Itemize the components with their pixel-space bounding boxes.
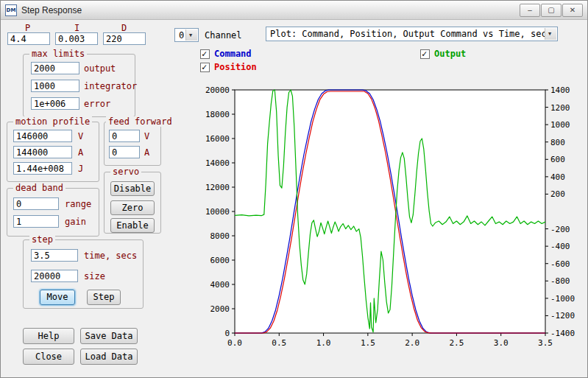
titlebar[interactable]: DM Step Response	[1, 1, 587, 20]
max-limits-group: max limits output integrator error	[23, 54, 135, 117]
svg-text:1400: 1400	[550, 85, 570, 95]
jerk-label: J	[78, 164, 83, 174]
jerk-input[interactable]	[13, 162, 72, 175]
max-limits-title: max limits	[29, 49, 87, 59]
svg-text:1000: 1000	[550, 120, 570, 130]
step-size-input[interactable]	[31, 270, 78, 282]
svg-text:8000: 8000	[210, 231, 230, 241]
command-checkbox-label[interactable]: Command	[214, 49, 252, 59]
output-limit-input[interactable]	[31, 62, 79, 74]
error-limit-input[interactable]	[31, 97, 79, 110]
svg-text:-400: -400	[550, 242, 570, 251]
error-limit-label: error	[84, 99, 110, 109]
integrator-limit-input[interactable]	[31, 80, 79, 92]
svg-text:-600: -600	[550, 259, 570, 269]
ff-velocity-label: V	[144, 131, 149, 141]
svg-text:-1400: -1400	[550, 329, 575, 338]
svg-text:2.5: 2.5	[449, 338, 464, 348]
step-size-label: size	[84, 271, 105, 281]
channel-value: 0	[179, 30, 184, 41]
disable-button[interactable]: Disable	[110, 181, 155, 196]
svg-text:1.5: 1.5	[361, 338, 375, 348]
svg-text:6000: 6000	[210, 256, 230, 265]
save-data-button[interactable]: Save Data	[80, 328, 138, 344]
acceleration-input[interactable]	[13, 146, 72, 158]
maximize-icon[interactable]	[541, 4, 562, 17]
step-group: step time, secs size Move Step	[23, 239, 144, 309]
step-time-label: time, secs	[84, 251, 137, 261]
svg-text:2.0: 2.0	[405, 338, 419, 348]
load-data-button[interactable]: Load Data	[80, 349, 138, 365]
p-input[interactable]	[7, 32, 50, 45]
plot-select[interactable]: Plot: Command, Position, Output Command …	[266, 27, 558, 41]
ff-velocity-input[interactable]	[109, 130, 140, 142]
p-label: P	[25, 23, 30, 33]
svg-text:10000: 10000	[205, 207, 230, 217]
close-button[interactable]: Close	[23, 349, 74, 365]
position-checkbox-label[interactable]: Position	[214, 62, 257, 72]
svg-text:400: 400	[550, 172, 565, 182]
svg-text:0.5: 0.5	[272, 338, 286, 348]
svg-text:200: 200	[550, 189, 565, 199]
motion-profile-group: motion profile V A J	[7, 122, 99, 182]
channel-label: Channel	[205, 30, 242, 41]
motion-profile-title: motion profile	[13, 116, 92, 127]
i-input[interactable]	[55, 32, 98, 45]
enable-button[interactable]: Enable	[110, 218, 155, 233]
ff-acceleration-label: A	[144, 147, 149, 158]
output-checkbox[interactable]	[420, 49, 430, 59]
dead-band-range-input[interactable]	[13, 197, 59, 210]
svg-text:-200: -200	[550, 225, 570, 234]
svg-text:12000: 12000	[205, 183, 230, 192]
svg-text:-800: -800	[550, 276, 570, 286]
channel-select[interactable]: 0	[174, 28, 199, 42]
svg-text:14000: 14000	[205, 158, 230, 168]
dead-band-gain-label: gain	[65, 217, 86, 227]
minimize-icon[interactable]	[520, 4, 540, 17]
svg-text:800: 800	[550, 138, 565, 147]
servo-group: servo Disable Zero Enable	[104, 172, 161, 234]
step-response-window: DM Step Response P I D 0 Channel Plot: C…	[0, 0, 588, 378]
output-limit-label: output	[84, 63, 116, 74]
chart: 2000018000160001400012000100008000600040…	[192, 83, 582, 354]
window-title: Step Response	[21, 5, 82, 15]
dropdown-arrow-icon[interactable]	[545, 28, 556, 40]
plot-select-value: Plot: Command, Position, Output Command …	[270, 29, 552, 39]
svg-text:2000: 2000	[210, 304, 230, 314]
feed-forward-title: feed forward	[106, 116, 174, 127]
svg-text:4000: 4000	[210, 280, 230, 290]
step-time-input[interactable]	[31, 249, 78, 262]
svg-text:-1000: -1000	[550, 294, 575, 304]
app-icon: DM	[5, 4, 17, 16]
step-button[interactable]: Step	[87, 290, 121, 305]
velocity-label: V	[78, 131, 83, 141]
svg-text:-1200: -1200	[550, 311, 575, 321]
svg-text:1200: 1200	[550, 103, 570, 113]
svg-text:20000: 20000	[205, 85, 230, 95]
d-label: D	[121, 23, 127, 33]
dead-band-group: dead band range gain	[7, 188, 99, 237]
acceleration-label: A	[78, 147, 83, 158]
window-controls	[520, 4, 583, 17]
dead-band-gain-input[interactable]	[13, 215, 59, 228]
svg-text:0: 0	[224, 329, 230, 338]
svg-text:3.0: 3.0	[494, 338, 509, 348]
position-checkbox[interactable]	[200, 63, 210, 72]
svg-text:1.0: 1.0	[316, 338, 331, 348]
svg-text:18000: 18000	[205, 110, 230, 119]
dropdown-arrow-icon[interactable]	[185, 29, 197, 41]
ff-acceleration-input[interactable]	[109, 146, 140, 158]
help-button[interactable]: Help	[23, 328, 74, 344]
svg-text:16000: 16000	[205, 134, 230, 144]
velocity-input[interactable]	[13, 130, 72, 142]
dead-band-title: dead band	[13, 183, 65, 193]
i-label: I	[74, 23, 79, 33]
command-checkbox[interactable]	[200, 49, 210, 59]
step-title: step	[29, 234, 55, 245]
d-input[interactable]	[103, 32, 146, 45]
output-checkbox-label[interactable]: Output	[434, 49, 466, 59]
zero-button[interactable]: Zero	[110, 200, 155, 215]
svg-text:3.5: 3.5	[538, 338, 553, 348]
close-icon[interactable]	[562, 4, 583, 17]
move-button[interactable]: Move	[40, 290, 75, 305]
